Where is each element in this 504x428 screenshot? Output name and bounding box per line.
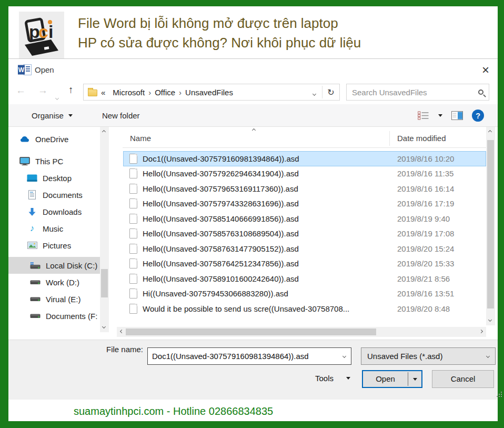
- pictures-icon: [26, 242, 38, 249]
- scroll-up-icon[interactable]: [102, 130, 106, 134]
- dialog-titlebar: W Open ×: [8, 59, 498, 81]
- scroll-left-icon[interactable]: [120, 330, 124, 333]
- file-list: Doc1((Unsaved-307579160981394864)).asd 2…: [123, 151, 486, 316]
- search-input[interactable]: [352, 88, 478, 97]
- sidebar-item-pictures[interactable]: Pictures: [8, 237, 100, 254]
- help-icon[interactable]: ?: [472, 110, 484, 122]
- file-name-dropdown-icon[interactable]: [342, 354, 346, 358]
- page-title-line1: File Word bị lỗi không mở được trên lapt…: [78, 14, 361, 33]
- search-box[interactable]: [346, 84, 489, 101]
- breadcrumb-collapsed[interactable]: «: [97, 88, 109, 97]
- back-icon[interactable]: ←: [16, 85, 26, 96]
- list-vertical-scrollbar[interactable]: [486, 127, 495, 325]
- open-dropdown-icon: [413, 378, 417, 381]
- laptop-logo-icon: p c i: [22, 15, 61, 57]
- sort-ascending-icon: [252, 128, 256, 132]
- scroll-down-icon[interactable]: [488, 318, 492, 322]
- address-dropdown-icon[interactable]: [307, 88, 322, 97]
- pci-logo: p c i: [19, 12, 64, 59]
- forward-icon[interactable]: →: [38, 85, 48, 96]
- file-row[interactable]: Hello((Unsaved-307579743328631696)).asd …: [123, 196, 486, 212]
- file-type-dropdown[interactable]: Unsaved Files (*.asd): [361, 347, 496, 365]
- sidebar-item-onedrive[interactable]: OneDrive: [8, 131, 100, 147]
- sidebar-item-desktop[interactable]: Desktop: [8, 170, 100, 186]
- dialog-footer: File name: Unsaved Files (*.asd) Tools O…: [8, 340, 498, 400]
- file-row[interactable]: Hello((Unsaved-307579653169117360)).asd …: [123, 181, 486, 196]
- sidebar-scrollbar[interactable]: [100, 127, 109, 332]
- scroll-right-icon[interactable]: [479, 330, 483, 333]
- file-row[interactable]: Hello((Unsaved-307579262946341904)).asd …: [123, 166, 486, 182]
- scrollbar-thumb[interactable]: [487, 140, 494, 308]
- drive-icon: [29, 313, 41, 319]
- dialog-title: Open: [35, 59, 54, 81]
- cancel-button[interactable]: Cancel: [432, 370, 494, 388]
- views-icon[interactable]: [418, 111, 429, 120]
- file-icon: [129, 304, 137, 314]
- dialog-toolbar: Organise New folder ?: [8, 104, 498, 127]
- address-bar[interactable]: « Microsoft › Office › UnsavedFiles ↻: [83, 84, 340, 101]
- preview-pane-icon[interactable]: [451, 111, 463, 120]
- organise-dropdown-icon: [68, 114, 73, 117]
- sidebar-item-documents[interactable]: Documents: [8, 186, 100, 203]
- file-icon: [129, 228, 137, 238]
- file-row[interactable]: Hello((Unsaved-307585763108689504)).asd …: [123, 226, 486, 242]
- sidebar-item-documents-f[interactable]: Documents (F:: [8, 307, 100, 324]
- sidebar-item-downloads[interactable]: Downloads: [8, 203, 100, 220]
- navigation-pane: OneDrive This PC Desktop Documents Downl…: [8, 131, 100, 324]
- open-button[interactable]: Open: [362, 370, 422, 388]
- file-row[interactable]: Hello((Unsaved-307587642512347856)).asd …: [123, 256, 486, 272]
- breadcrumb-unsavedfiles[interactable]: UnsavedFiles: [182, 88, 237, 97]
- column-header-name[interactable]: Name: [130, 127, 151, 150]
- sidebar-item-music[interactable]: ♪ Music: [8, 220, 100, 237]
- sidebar-item-virual-e[interactable]: Virual (E:): [8, 291, 100, 307]
- resize-grip[interactable]: [497, 392, 503, 398]
- new-folder-button[interactable]: New folder: [102, 111, 140, 120]
- file-icon: [129, 214, 137, 224]
- page-title-line2: HP có sửa được không? Nơi khôi phục dữ l…: [78, 33, 361, 53]
- column-divider[interactable]: [389, 131, 390, 146]
- organise-menu[interactable]: Organise: [32, 111, 73, 120]
- sidebar-item-local-disk-c[interactable]: Local Disk (C:): [8, 257, 100, 274]
- open-split-dropdown[interactable]: [408, 371, 421, 387]
- toolbar-right-group: ?: [418, 110, 484, 122]
- scroll-up-icon[interactable]: [488, 130, 492, 134]
- file-row[interactable]: Hello((Unsaved-307589101600242640)).asd …: [123, 271, 486, 286]
- history-dropdown-icon[interactable]: [56, 91, 58, 102]
- computer-icon: [19, 157, 31, 165]
- drive-icon: [29, 279, 41, 285]
- refresh-icon[interactable]: ↻: [322, 87, 339, 97]
- svg-text:W: W: [18, 66, 25, 74]
- file-icon: [129, 154, 137, 164]
- file-row-selected[interactable]: Doc1((Unsaved-307579160981394864)).asd 2…: [123, 151, 486, 166]
- list-horizontal-scrollbar[interactable]: [117, 327, 486, 337]
- file-icon: [129, 274, 137, 284]
- column-header-date-modified[interactable]: Date modified: [397, 127, 446, 150]
- file-row[interactable]: Hello((Unsaved-307587631477905152)).asd …: [123, 241, 486, 256]
- file-row[interactable]: Hi((Unsaved-307579453066883280)).asd 201…: [123, 286, 486, 302]
- file-name-combobox[interactable]: [147, 347, 351, 365]
- tools-dropdown-icon: [346, 377, 350, 380]
- svg-text:p c i: p c i: [29, 22, 53, 42]
- search-icon[interactable]: [478, 89, 483, 95]
- windows-drive-icon: [29, 262, 41, 269]
- close-icon[interactable]: ×: [482, 61, 489, 79]
- scrollbar-thumb[interactable]: [126, 329, 376, 335]
- desktop-icon: [26, 174, 38, 182]
- file-row[interactable]: Hello((Unsaved-307585140666991856)).asd …: [123, 211, 486, 226]
- tools-menu[interactable]: Tools: [315, 374, 350, 383]
- file-name-input[interactable]: [148, 352, 343, 361]
- scroll-down-icon[interactable]: [102, 325, 106, 329]
- views-dropdown-icon[interactable]: [438, 114, 442, 117]
- file-row[interactable]: Would it be possible to send us scre((Un…: [123, 301, 486, 316]
- breadcrumb-office[interactable]: Office: [151, 88, 179, 97]
- folder-icon: [88, 89, 97, 96]
- breadcrumb-microsoft[interactable]: Microsoft: [109, 88, 148, 97]
- onedrive-icon: [19, 135, 31, 143]
- sidebar-item-work-d[interactable]: Work (D:): [8, 274, 100, 291]
- sidebar-item-this-pc[interactable]: This PC: [8, 153, 100, 170]
- site-footer: suamaytinhpci.com - Hotline 02866834835: [8, 400, 498, 421]
- music-note-icon: ♪: [26, 223, 38, 234]
- word-app-icon: W: [18, 64, 32, 75]
- up-directory-icon[interactable]: ↑: [68, 84, 74, 96]
- scrollbar-thumb[interactable]: [101, 269, 108, 297]
